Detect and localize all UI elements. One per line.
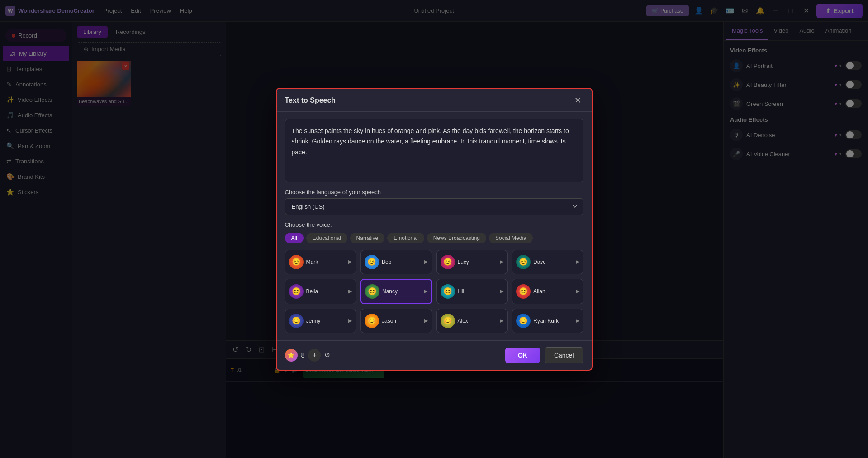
voice-tab-news-broadcasting[interactable]: News Broadcasting [427,233,486,243]
text-to-speech-dialog: Text to Speech ✕ The sunset paints the s… [276,88,593,371]
language-label: Choose the language of your speech [285,189,583,196]
voice-avatar-lucy: 😊 [441,255,455,269]
voice-tab-emotional[interactable]: Emotional [387,233,424,243]
voice-avatar-lili: 😊 [441,284,455,299]
ok-button[interactable]: OK [505,348,540,363]
voice-tab-narrative[interactable]: Narrative [350,233,385,243]
refresh-button[interactable]: ↺ [324,351,330,359]
voice-name-bob: Bob [382,259,422,265]
dialog-header: Text to Speech ✕ [277,89,592,112]
voice-name-lili: Lili [458,288,498,295]
voice-wave-ryan-kurk[interactable]: ▶ [576,318,579,324]
voice-name-nancy: Nancy [382,288,421,295]
voice-card-dave[interactable]: 😊 Dave ▶ [512,250,583,274]
voice-name-ryan-kurk: Ryan Kurk [533,318,573,324]
cancel-button[interactable]: Cancel [545,347,583,363]
voice-grid: 😊 Mark ▶ 😊 Bob ▶ 😊 Lucy ▶ 😊 Dave ▶ 😊 Bel… [285,250,583,333]
voice-name-dave: Dave [533,259,573,265]
dialog-title: Text to Speech [285,96,336,105]
voice-avatar-dave: 😊 [516,255,531,269]
voice-avatar-jason: 😊 [365,314,379,328]
voice-wave-jenny[interactable]: ▶ [348,318,352,324]
voice-name-mark: Mark [306,259,346,265]
voice-name-lucy: Lucy [458,259,498,265]
voice-label: Choose the voice: [285,221,583,228]
voice-card-jason[interactable]: 😊 Jason ▶ [360,309,432,333]
dialog-footer: ⭐ 8 + ↺ OK Cancel [277,340,592,370]
voice-wave-dave[interactable]: ▶ [576,259,579,265]
poem-textarea[interactable]: The sunset paints the sky in hues of ora… [285,119,583,182]
voice-name-jason: Jason [382,318,422,324]
voice-name-alex: Alex [458,318,498,324]
voice-card-mark[interactable]: 😊 Mark ▶ [285,250,356,274]
voice-wave-alex[interactable]: ▶ [500,318,503,324]
footer-left: ⭐ 8 + ↺ [285,349,331,362]
voice-name-bella: Bella [306,288,346,295]
voice-avatar-ryan-kurk: 😊 [516,314,531,328]
voice-wave-bella[interactable]: ▶ [348,288,352,294]
voice-card-alex[interactable]: 😊 Alex ▶ [436,309,508,333]
voice-name-allan: Allan [533,288,573,295]
voice-card-ryan-kurk[interactable]: 😊 Ryan Kurk ▶ [512,309,583,333]
voice-card-allan[interactable]: 😊 Allan ▶ [512,279,583,304]
voice-tab-educational[interactable]: Educational [306,233,347,243]
voice-card-nancy[interactable]: 😊 Nancy ▶ [360,279,432,304]
voice-wave-jason[interactable]: ▶ [424,318,428,324]
voice-card-jenny[interactable]: 😊 Jenny ▶ [285,309,356,333]
voice-avatar-alex: 😊 [441,314,455,328]
voice-wave-nancy[interactable]: ▶ [424,288,427,294]
dialog-close-button[interactable]: ✕ [573,95,583,106]
voice-card-lucy[interactable]: 😊 Lucy ▶ [436,250,508,274]
dialog-body: The sunset paints the sky in hues of ora… [277,112,592,340]
voice-avatar-jenny: 😊 [289,314,304,328]
badge-icon: ⭐ [285,349,298,362]
voice-wave-mark[interactable]: ▶ [348,259,352,265]
voice-wave-lucy[interactable]: ▶ [500,259,503,265]
language-section: Choose the language of your speech Engli… [285,189,583,215]
badge-count: 8 [301,352,305,359]
voice-tab-social-media[interactable]: Social Media [489,233,533,243]
voice-avatar-nancy: 😊 [365,284,379,299]
voice-card-lili[interactable]: 😊 Lili ▶ [436,279,508,304]
voice-avatar-allan: 😊 [516,284,531,299]
language-select[interactable]: English (US) English (UK) Spanish French [285,198,583,215]
voice-wave-lili[interactable]: ▶ [500,288,503,294]
voice-tabs: All Educational Narrative Emotional News… [285,233,583,243]
voice-wave-allan[interactable]: ▶ [576,288,579,294]
voice-card-bob[interactable]: 😊 Bob ▶ [360,250,432,274]
voice-avatar-bella: 😊 [289,284,304,299]
voice-avatar-bob: 😊 [365,255,379,269]
poem-text: The sunset paints the sky in hues of ora… [292,127,569,156]
voice-section: Choose the voice: All Educational Narrat… [285,221,583,333]
voice-wave-bob[interactable]: ▶ [424,259,428,265]
voice-tab-all[interactable]: All [285,233,304,243]
voice-card-bella[interactable]: 😊 Bella ▶ [285,279,356,304]
voice-avatar-mark: 😊 [289,255,304,269]
add-voice-button[interactable]: + [308,349,321,362]
dialog-overlay: Text to Speech ✕ The sunset paints the s… [0,0,868,458]
voice-name-jenny: Jenny [306,318,346,324]
